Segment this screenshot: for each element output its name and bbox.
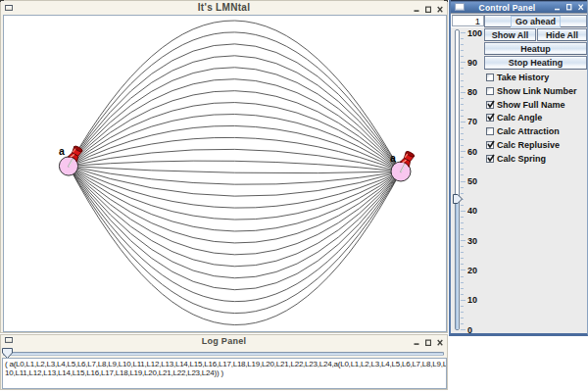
svg-text:a: a bbox=[390, 152, 396, 164]
svg-text:a: a bbox=[59, 145, 65, 157]
